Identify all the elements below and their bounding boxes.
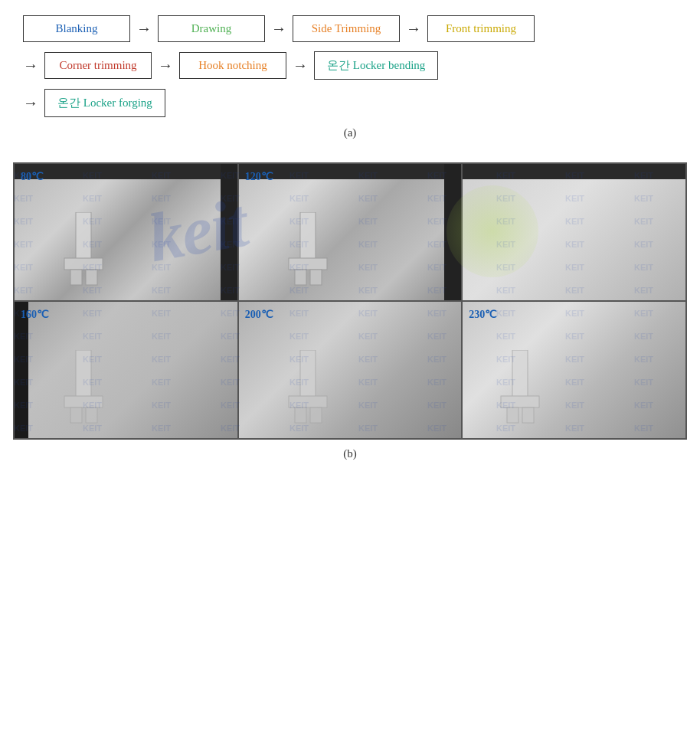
svg-rect-7 — [289, 258, 327, 270]
arrow-row3-lead: → — [23, 94, 38, 112]
label-160: 160℃ — [21, 308, 49, 321]
image-section: keit KEIT 80℃ — [0, 162, 700, 473]
label-200: 200℃ — [245, 308, 273, 321]
svg-rect-20 — [507, 407, 518, 423]
arrow-1: → — [136, 20, 152, 38]
label-80: 80℃ — [21, 170, 44, 183]
image-grid: keit KEIT 80℃ — [13, 162, 687, 440]
svg-rect-9 — [310, 270, 322, 285]
svg-rect-3 — [64, 258, 103, 270]
flow-box-blanking: Blanking — [23, 15, 130, 42]
flow-box-corner-trimming: Corner trimming — [44, 52, 152, 79]
flow-box-locker-bending: 온간 Locker bending — [314, 51, 438, 80]
flow-box-front-trimming: Front trimming — [427, 15, 535, 42]
grid-cell-200: 200℃ — [238, 301, 463, 439]
caption-b: (b) — [8, 447, 692, 460]
svg-rect-15 — [289, 396, 327, 407]
svg-rect-16 — [295, 407, 306, 423]
flow-row-2: → Corner trimming → Hook notching → 온간 L… — [23, 51, 677, 80]
metal-hook-200 — [281, 350, 335, 427]
flow-row-3: → 온간 Locker forging — [23, 89, 677, 117]
flow-box-side-trimming: Side Trimming — [293, 15, 400, 42]
arrow-2: → — [271, 20, 286, 38]
metal-hook-160 — [57, 350, 110, 427]
metal-hook-80 — [57, 212, 110, 289]
label-230: 230℃ — [469, 308, 497, 321]
metal-hook-230 — [493, 350, 547, 427]
arrow-3: → — [406, 20, 421, 38]
svg-rect-17 — [310, 407, 322, 423]
svg-rect-12 — [70, 407, 82, 423]
dark-strip-top-right — [463, 164, 685, 179]
svg-rect-4 — [70, 270, 82, 285]
caption-a: (a) — [23, 126, 677, 139]
flowchart-section: Blanking → Drawing → Side Trimming → Fro… — [0, 0, 700, 162]
flow-box-hook-notching: Hook notching — [179, 52, 286, 79]
arrow-row2-lead: → — [23, 57, 38, 74]
dark-strip-top-80 — [15, 164, 237, 179]
svg-rect-11 — [64, 396, 103, 407]
svg-rect-13 — [86, 407, 97, 423]
grid-cell-160: 160℃ — [14, 301, 238, 439]
svg-rect-5 — [86, 270, 97, 285]
dark-strip-right-80 — [221, 164, 237, 300]
grid-cell-top-right — [462, 163, 686, 301]
grid-cell-230: 230℃ — [462, 301, 686, 439]
grid-cell-80: 80℃ — [14, 163, 238, 301]
flow-box-drawing: Drawing — [158, 15, 265, 42]
metal-hook-120 — [281, 212, 335, 289]
grid-cell-120: 120℃ — [238, 163, 463, 301]
arrow-5: → — [293, 57, 308, 74]
flow-box-locker-forging: 온간 Locker forging — [44, 89, 165, 117]
label-120: 120℃ — [245, 170, 273, 183]
svg-rect-8 — [295, 270, 306, 285]
dark-strip-left-160 — [15, 302, 28, 438]
arrow-4: → — [158, 57, 173, 74]
svg-rect-19 — [501, 396, 539, 407]
dark-strip-right-120 — [444, 164, 461, 300]
svg-rect-21 — [522, 407, 534, 423]
flow-row-1: Blanking → Drawing → Side Trimming → Fro… — [23, 15, 677, 42]
